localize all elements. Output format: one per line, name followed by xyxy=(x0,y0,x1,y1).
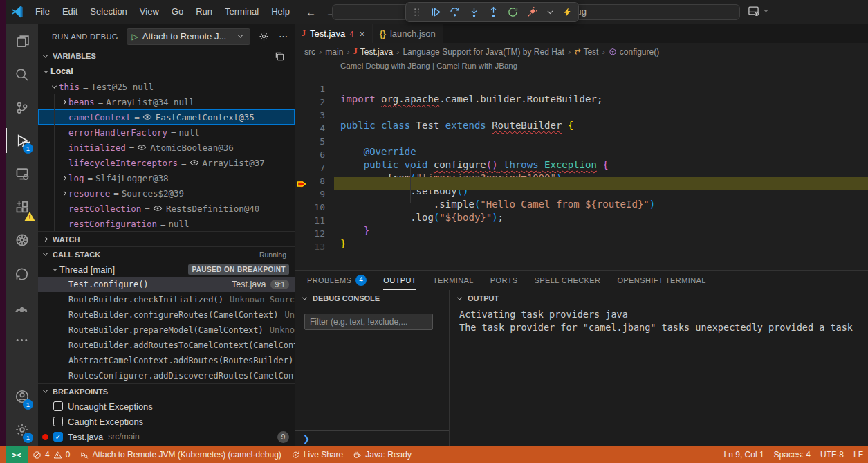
status-spaces[interactable]: Spaces: 4 xyxy=(769,450,815,460)
stack-frame[interactable]: RoutesConfigurer.addDiscoveredRoutes(Cam… xyxy=(38,368,295,383)
menu-view[interactable]: View xyxy=(133,3,165,20)
stack-frame[interactable]: AbstractCamelContext.addRoutes(RoutesBui… xyxy=(38,353,295,368)
panel-tab-problems[interactable]: PROBLEMS4 xyxy=(307,271,367,290)
variable-row[interactable]: restConfiguration=null xyxy=(38,216,295,231)
live-share-status[interactable]: Live Share xyxy=(286,450,348,460)
tab-test-java[interactable]: JTest.java 4 × xyxy=(295,24,373,43)
breakpoint-row[interactable]: Uncaught Exceptions xyxy=(38,399,295,414)
breadcrumb-item[interactable]: configure() xyxy=(609,47,659,57)
variable-row[interactable]: Local xyxy=(38,64,295,79)
variable-row[interactable]: resource=Sources$2@39 xyxy=(38,185,295,201)
watch-section-header[interactable]: WATCH xyxy=(38,231,295,246)
remote-indicator[interactable]: >< xyxy=(6,446,28,463)
start-debug-icon[interactable]: ▷ xyxy=(132,32,138,42)
debug-settings-gear-icon[interactable] xyxy=(259,31,269,42)
breakpoints-section-header[interactable]: BREAKPOINTS xyxy=(38,383,295,399)
breakpoint-row[interactable]: ✓ Test.java src/main 9 xyxy=(38,429,295,444)
stack-frame[interactable]: RouteBuilder.checkInitialized() Unknown … xyxy=(38,292,295,307)
menu-go[interactable]: Go xyxy=(165,3,190,20)
breakpoint-checkbox[interactable]: ✓ xyxy=(53,432,63,442)
status-lf[interactable]: LF xyxy=(849,450,868,460)
breadcrumb-item[interactable]: main xyxy=(325,47,343,57)
panel-tab-openshift-terminal[interactable]: OPENSHIFT TERMINAL xyxy=(617,271,705,290)
layout-control[interactable] xyxy=(748,5,770,17)
continue-icon[interactable] xyxy=(430,6,441,18)
variable-row[interactable]: log=Slf4jLogger@38 xyxy=(38,170,295,185)
drag-handle-icon[interactable] xyxy=(412,7,422,17)
activity-kubernetes[interactable] xyxy=(6,224,38,257)
variable-row[interactable]: this=Test@25 null xyxy=(38,79,295,94)
stack-frame[interactable]: RouteBuilder.configureRoutes(CamelContex… xyxy=(38,307,295,323)
variable-row[interactable]: camelContext=FastCamelContext@35 xyxy=(38,109,295,125)
stack-frame[interactable]: RouteBuilder.prepareModel(CamelContext) … xyxy=(38,323,295,338)
activity-more[interactable] xyxy=(6,323,38,356)
java-status[interactable]: Java: Ready xyxy=(348,450,416,460)
menu-file[interactable]: File xyxy=(29,3,56,20)
variable-row[interactable]: lifecycleInterceptors=ArrayList@37 xyxy=(38,155,295,170)
status-ln[interactable]: Ln 9, Col 1 xyxy=(719,450,769,460)
activity-search[interactable] xyxy=(6,57,38,91)
thread-row[interactable]: Thread [main] PAUSED ON BREAKPOINT xyxy=(38,262,295,277)
disconnect-icon[interactable] xyxy=(526,6,538,18)
panel-tab-output[interactable]: OUTPUT xyxy=(383,271,416,290)
variables-section-header[interactable]: VARIABLES xyxy=(38,48,295,64)
menu-terminal[interactable]: Terminal xyxy=(219,3,265,20)
activity-remote-explorer[interactable] xyxy=(6,157,38,190)
variable-row[interactable]: beans=ArrayList@34 null xyxy=(38,94,295,109)
activity-camel[interactable] xyxy=(6,290,38,323)
activity-openshift[interactable] xyxy=(6,257,38,290)
code-editor[interactable]: 1 import org.apache.camel.builder.RouteB… xyxy=(295,72,868,243)
step-out-icon[interactable] xyxy=(488,6,499,18)
panel-tab-spell-checker[interactable]: SPELL CHECKER xyxy=(535,271,601,290)
step-over-icon[interactable] xyxy=(449,6,461,18)
problems-status[interactable]: 4 0 xyxy=(28,450,75,460)
restart-icon[interactable] xyxy=(507,6,519,18)
breakpoint-row[interactable]: Caught Exceptions xyxy=(38,414,295,429)
debug-console-filter-input[interactable] xyxy=(304,314,433,330)
breakpoint-checkbox[interactable] xyxy=(53,401,63,411)
breadcrumb-item[interactable]: JTest.java xyxy=(353,46,393,57)
activity-accounts[interactable]: 1 xyxy=(6,380,38,413)
copy-value-icon[interactable] xyxy=(275,51,285,62)
activity-source-control[interactable] xyxy=(6,91,38,124)
output-log[interactable]: Activating task providers javaThe task p… xyxy=(450,308,868,446)
launch-config-dropdown[interactable]: ▷ Attach to Remote J... xyxy=(127,28,250,45)
debug-session-status[interactable]: Attach to Remote JVM (Kubernetes) (camel… xyxy=(75,450,286,460)
hot-swap-icon[interactable] xyxy=(562,7,573,17)
debug-repl-prompt[interactable]: ❯ xyxy=(295,430,449,446)
menu-run[interactable]: Run xyxy=(190,3,219,20)
debug-console-header[interactable]: DEBUG CONSOLE xyxy=(295,290,449,307)
panel-tab-terminal[interactable]: TERMINAL xyxy=(433,271,474,290)
chevron-down-icon[interactable] xyxy=(546,8,555,17)
search-icon xyxy=(15,67,29,82)
breadcrumb-item[interactable]: Language Support for Java(TM) by Red Hat xyxy=(403,47,564,57)
codelens-links[interactable]: Camel Debug with JBang | Camel Run with … xyxy=(340,62,517,70)
variable-row[interactable]: initialized=AtomicBoolean@36 xyxy=(38,140,295,155)
breakpoint-checkbox[interactable] xyxy=(53,417,63,426)
nav-back-icon[interactable]: ← xyxy=(306,6,316,18)
sidebar-title: RUN AND DEBUG xyxy=(52,33,118,41)
menu-edit[interactable]: Edit xyxy=(56,3,84,20)
output-header[interactable]: OUTPUT xyxy=(450,290,868,307)
call-stack-section-header[interactable]: CALL STACK Running xyxy=(38,246,295,262)
stack-frame[interactable]: RouteBuilder.addRoutesToCamelContext(Cam… xyxy=(38,338,295,353)
menu-help[interactable]: Help xyxy=(265,3,296,20)
activity-extensions[interactable]: ! xyxy=(6,190,38,224)
breadcrumb[interactable]: src› main› JTest.java› Language Support … xyxy=(295,43,868,60)
activity-explorer[interactable] xyxy=(6,24,38,57)
step-into-icon[interactable] xyxy=(468,6,480,18)
menu-selection[interactable]: Selection xyxy=(84,3,133,20)
variable-row[interactable]: restCollection=RestsDefinition@40 xyxy=(38,201,295,216)
tab-launch-json[interactable]: {}launch.json xyxy=(373,24,443,43)
panel-tab-ports[interactable]: PORTS xyxy=(490,271,518,290)
stack-frame[interactable]: Test.configure() Test.java 9:1 xyxy=(38,277,295,292)
more-actions-icon[interactable]: ⋯ xyxy=(279,31,289,42)
activity-settings[interactable]: 1 xyxy=(6,413,38,446)
breadcrumb-item[interactable]: src xyxy=(304,47,315,57)
status-utf-8[interactable]: UTF-8 xyxy=(815,450,849,460)
close-icon[interactable]: × xyxy=(359,28,364,39)
layout-icon[interactable] xyxy=(748,5,759,17)
activity-run-and-debug[interactable]: 1 xyxy=(6,124,38,157)
breadcrumb-item[interactable]: ⇄Test xyxy=(574,47,598,57)
variable-row[interactable]: errorHandlerFactory=null xyxy=(38,125,295,140)
